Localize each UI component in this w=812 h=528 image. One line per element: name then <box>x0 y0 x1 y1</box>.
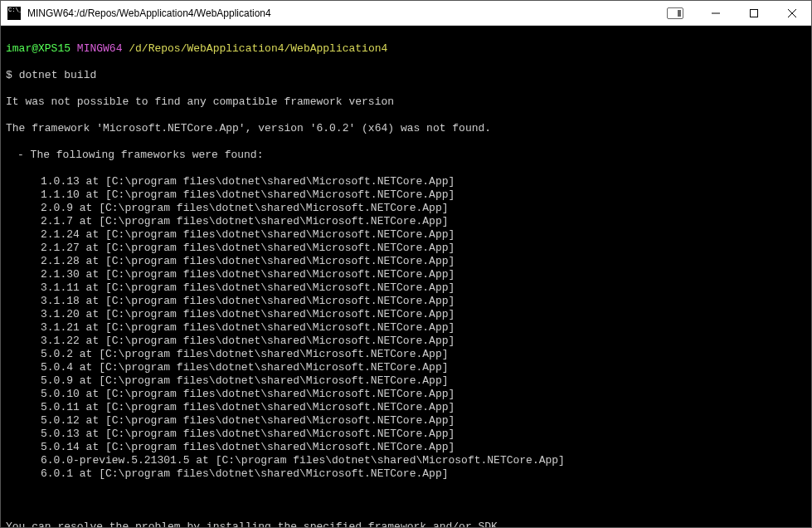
maximize-button[interactable] <box>735 1 773 26</box>
framework-item: 5.0.13 at [C:\program files\dotnet\share… <box>6 428 806 441</box>
window-controls <box>667 1 811 25</box>
framework-item: 2.1.27 at [C:\program files\dotnet\share… <box>6 242 806 255</box>
frameworks-list: 1.0.13 at [C:\program files\dotnet\share… <box>6 175 806 481</box>
blank-line <box>6 494 806 507</box>
framework-item: 3.1.11 at [C:\program files\dotnet\share… <box>6 281 806 295</box>
framework-item: 3.1.18 at [C:\program files\dotnet\share… <box>6 295 806 308</box>
framework-item: 3.1.22 at [C:\program files\dotnet\share… <box>6 335 806 348</box>
framework-item: 2.1.7 at [C:\program files\dotnet\shared… <box>6 215 806 228</box>
command-text: dotnet build <box>19 69 97 81</box>
framework-item: 3.1.21 at [C:\program files\dotnet\share… <box>6 321 806 335</box>
framework-item: 6.0.0-preview.5.21301.5 at [C:\program f… <box>6 454 806 467</box>
terminal-output[interactable]: imar@XPS15 MINGW64 /d/Repos/WebApplicati… <box>1 26 811 528</box>
framework-item: 5.0.12 at [C:\program files\dotnet\share… <box>6 414 806 428</box>
framework-item: 5.0.9 at [C:\program files\dotnet\shared… <box>6 374 806 388</box>
command-line: $ dotnet build <box>6 69 806 82</box>
framework-item: 5.0.4 at [C:\program files\dotnet\shared… <box>6 361 806 374</box>
output-line: You can resolve the problem by installin… <box>6 521 806 528</box>
framework-item: 3.1.20 at [C:\program files\dotnet\share… <box>6 308 806 321</box>
framework-item: 2.0.9 at [C:\program files\dotnet\shared… <box>6 202 806 215</box>
framework-item: 2.1.30 at [C:\program files\dotnet\share… <box>6 268 806 281</box>
titlebar[interactable]: MINGW64:/d/Repos/WebApplication4/WebAppl… <box>1 1 811 26</box>
cwd-path: /d/Repos/WebApplication4/WebApplication4 <box>129 42 387 55</box>
framework-item: 5.0.2 at [C:\program files\dotnet\shared… <box>6 348 806 361</box>
framework-item: 2.1.24 at [C:\program files\dotnet\share… <box>6 228 806 242</box>
minimize-button[interactable] <box>697 1 735 26</box>
prompt-line-1: imar@XPS15 MINGW64 /d/Repos/WebApplicati… <box>6 42 806 56</box>
framework-item: 2.1.28 at [C:\program files\dotnet\share… <box>6 255 806 268</box>
prompt-symbol: $ <box>6 69 12 81</box>
output-line: - The following frameworks were found: <box>6 149 806 162</box>
output-line: The framework 'Microsoft.NETCore.App', v… <box>6 122 806 135</box>
output-line: It was not possible to find any compatib… <box>6 95 806 109</box>
framework-item: 5.0.14 at [C:\program files\dotnet\share… <box>6 441 806 454</box>
window-title: MINGW64:/d/Repos/WebApplication4/WebAppl… <box>26 7 667 19</box>
user-host: imar@XPS15 <box>6 42 71 55</box>
svg-rect-1 <box>751 9 758 17</box>
framework-item: 5.0.10 at [C:\program files\dotnet\share… <box>6 388 806 401</box>
framework-item: 1.1.10 at [C:\program files\dotnet\share… <box>6 188 806 202</box>
framework-item: 5.0.11 at [C:\program files\dotnet\share… <box>6 401 806 414</box>
framework-item: 6.0.1 at [C:\program files\dotnet\shared… <box>6 467 806 481</box>
framework-item: 1.0.13 at [C:\program files\dotnet\share… <box>6 175 806 188</box>
shell-env: MINGW64 <box>77 42 123 55</box>
terminal-icon <box>7 7 21 20</box>
tablet-mode-icon <box>667 7 683 19</box>
close-button[interactable] <box>773 1 811 26</box>
